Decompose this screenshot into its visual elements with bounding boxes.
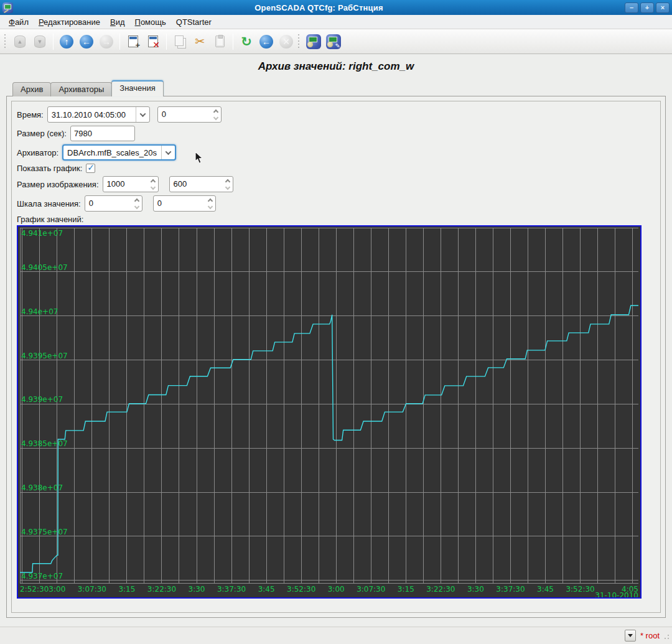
refresh-icon: ↻ xyxy=(241,35,252,48)
qtstarter-vision-button[interactable]: ✎ xyxy=(324,32,343,51)
toolbar-handle[interactable] xyxy=(4,34,8,49)
image-width-spinbox[interactable]: 1000 xyxy=(103,176,159,192)
time-usec-spinbox[interactable]: 0 xyxy=(157,106,222,123)
spinner-arrows-icon[interactable] xyxy=(206,196,215,211)
main-area: Архив значений: right_com_w АрхивАрхиват… xyxy=(0,54,672,627)
spinner-arrows-icon[interactable] xyxy=(223,177,233,192)
archiver-value: DBArch.mfB_scales_20s xyxy=(63,148,161,157)
item-delete-icon: ✕ xyxy=(148,35,158,47)
app-window: OpenSCADA QTCfg: РабСтнция –+× ФайлРедак… xyxy=(0,0,672,644)
menu-item-view[interactable]: Вид xyxy=(105,16,130,28)
toolbar-handle xyxy=(298,34,302,49)
menu-item-help[interactable]: Помощь xyxy=(130,16,171,28)
minimize-button[interactable]: – xyxy=(625,2,638,13)
load-from-db-button[interactable]: ▲ xyxy=(11,32,29,51)
nav-forward-button[interactable]: → xyxy=(97,32,116,51)
tab-bar: АрхивАрхиваторыЗначения xyxy=(12,80,672,96)
image-size-label: Размер изображения: xyxy=(17,180,99,189)
menu-item-edit[interactable]: Редактирование xyxy=(34,16,105,28)
image-width-value: 1000 xyxy=(103,177,149,192)
svg-text:3:15: 3:15 xyxy=(398,585,414,594)
svg-text:4.939e+07: 4.939e+07 xyxy=(21,395,63,404)
nav-up-icon: ↑ xyxy=(60,35,73,49)
tab-pane: Время: 31.10.2010 04:05:00 0 Размер (сек… xyxy=(6,96,666,618)
svg-text:3:07:30: 3:07:30 xyxy=(357,585,385,594)
save-to-db-button[interactable]: ▼ xyxy=(30,32,49,51)
svg-text:3:45: 3:45 xyxy=(537,585,554,594)
menu-item-qtstarter[interactable]: QTStarter xyxy=(171,16,217,28)
item-add-button[interactable]: + xyxy=(124,32,142,51)
chevron-down-icon[interactable] xyxy=(136,107,149,122)
nav-back-button[interactable]: ← xyxy=(77,32,96,51)
status-bar: * root xyxy=(0,627,672,644)
time-row: Время: 31.10.2010 04:05:00 0 xyxy=(17,106,656,123)
load-page-button[interactable]: ← xyxy=(257,32,276,51)
values-chart-svg: 4.941e+074.9405e+074.94e+074.9395e+074.9… xyxy=(17,225,642,599)
page-title: Архив значений: right_com_w xyxy=(0,60,672,73)
svg-text:3:00: 3:00 xyxy=(49,585,65,594)
spinner-arrows-icon[interactable] xyxy=(149,177,158,192)
tab-archive[interactable]: Архив xyxy=(12,82,51,96)
size-label: Размер (сек): xyxy=(17,129,67,138)
app-icon xyxy=(2,2,13,13)
svg-text:3:37:30: 3:37:30 xyxy=(496,585,525,594)
svg-text:3:30: 3:30 xyxy=(467,585,484,594)
item-delete-button[interactable]: ✕ xyxy=(144,32,162,51)
size-input[interactable] xyxy=(70,126,135,141)
title-bar: OpenSCADA QTCfg: РабСтнция –+× xyxy=(0,0,672,15)
show-graph-row: Показать график: ✓ xyxy=(17,164,656,173)
menu-item-file[interactable]: Файл xyxy=(4,16,34,28)
svg-text:3:00: 3:00 xyxy=(328,585,345,594)
time-value: 31.10.2010 04:05:00 xyxy=(48,110,136,119)
copy-icon xyxy=(175,35,184,46)
chevron-down-icon[interactable] xyxy=(161,146,175,159)
user-dropdown-button[interactable] xyxy=(625,630,636,642)
svg-text:3:22:30: 3:22:30 xyxy=(147,585,176,594)
svg-text:3:22:30: 3:22:30 xyxy=(426,585,455,594)
show-graph-checkbox[interactable]: ✓ xyxy=(86,164,95,173)
archiver-row: Архиватор: DBArch.mfB_scales_20s xyxy=(17,144,656,161)
value-scale-label: Шкала значения: xyxy=(17,199,81,208)
svg-text:4.9395e+07: 4.9395e+07 xyxy=(21,352,68,360)
toolbar-separator xyxy=(119,34,120,50)
qtstarter-configurator-icon xyxy=(306,34,321,49)
svg-text:3:30: 3:30 xyxy=(189,585,205,594)
close-button[interactable]: × xyxy=(656,2,670,13)
svg-text:4.938e+07: 4.938e+07 xyxy=(21,483,63,492)
stop-button[interactable]: ✕ xyxy=(277,32,296,51)
scale-begin-spinbox[interactable]: 0 xyxy=(85,195,142,212)
cut-button[interactable]: ✂ xyxy=(190,32,209,51)
graph-label: График значений: xyxy=(17,215,83,224)
spinner-arrows-icon[interactable] xyxy=(212,107,221,122)
time-combo[interactable]: 31.10.2010 04:05:00 xyxy=(47,106,150,123)
image-height-spinbox[interactable]: 600 xyxy=(169,176,233,192)
window-title: OpenSCADA QTCfg: РабСтнция xyxy=(13,3,625,12)
nav-up-button[interactable]: ↑ xyxy=(57,32,76,51)
scale-end-spinbox[interactable]: 0 xyxy=(153,195,216,212)
size-row: Размер (сек): xyxy=(17,126,656,141)
nav-back-icon: ← xyxy=(80,35,93,49)
resize-grip-icon[interactable] xyxy=(663,633,670,640)
cut-icon: ✂ xyxy=(195,34,205,49)
archiver-combo[interactable]: DBArch.mfB_scales_20s xyxy=(62,144,176,161)
spinner-arrows-icon[interactable] xyxy=(133,196,142,211)
svg-text:4.9375e+07: 4.9375e+07 xyxy=(21,528,68,536)
toolbar-separator xyxy=(233,34,233,50)
tab-values[interactable]: Значения xyxy=(111,80,163,96)
scroll-area: Время: 31.10.2010 04:05:00 0 Размер (сек… xyxy=(11,101,661,613)
svg-text:3:15: 3:15 xyxy=(118,585,135,594)
maximize-button[interactable]: + xyxy=(640,2,654,13)
image-size-row: Размер изображения: 1000 600 xyxy=(17,176,656,192)
copy-button[interactable] xyxy=(170,32,189,51)
status-user: * root xyxy=(640,631,660,640)
paste-button[interactable] xyxy=(210,32,229,51)
paste-icon xyxy=(215,35,225,47)
tab-archivators[interactable]: Архиваторы xyxy=(50,82,112,96)
refresh-button[interactable]: ↻ xyxy=(237,32,256,51)
qtstarter-vision-icon: ✎ xyxy=(326,34,341,49)
svg-text:3:45: 3:45 xyxy=(258,585,275,594)
show-graph-label: Показать график: xyxy=(17,164,82,173)
svg-text:4.937e+07: 4.937e+07 xyxy=(21,572,63,581)
svg-text:3:52:30: 3:52:30 xyxy=(566,585,594,594)
qtstarter-configurator-button[interactable] xyxy=(304,32,323,51)
